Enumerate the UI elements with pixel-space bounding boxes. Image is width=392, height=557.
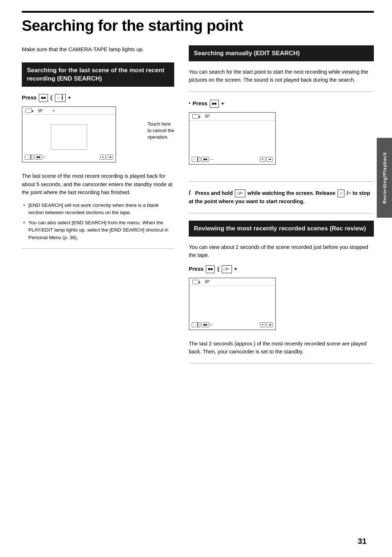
camera-icon-rt — [192, 114, 199, 119]
oo-button-icon-r: ■■ — [210, 100, 219, 108]
sidebar-label: Recording/Playback — [377, 138, 392, 218]
camera-screen-right-bottom-wrapper: SP →┃ ■■ /− + ⇥ — [189, 278, 276, 332]
sp-label: SP — [38, 109, 42, 113]
btn-group-rt-l: →┃ ■■ ― — [192, 157, 213, 162]
bullet-item-2: You can also select [END SEARCH] from th… — [22, 219, 174, 241]
arrow-rt: ⇥ — [266, 157, 273, 162]
section3-footer: The last 2 seconds (approx.) of the most… — [189, 340, 374, 356]
right-divider-bottom — [189, 363, 374, 364]
camera-screen-right-top: SP →┃ ■■ ― + ⇥ — [189, 112, 276, 165]
touch-annotation: Touch here to cancel the operation. — [147, 121, 174, 141]
step2-body-text: Press and hold □/− while watching the sc… — [189, 190, 370, 204]
camera-icon-bar-rb: SP — [189, 278, 275, 286]
section2-header: Searching manually (EDIT SEARCH) — [189, 45, 374, 61]
plus-rb: + — [260, 322, 265, 327]
oo-button-icon: ■■ — [39, 94, 48, 102]
oo-btn-rt: ■■ — [201, 157, 209, 162]
screen-body-rt — [189, 120, 275, 161]
screen-body-rb — [189, 286, 275, 327]
camera-screen-right-bottom: SP →┃ ■■ /− + ⇥ — [189, 278, 276, 330]
camera-screen-right-top-wrapper: SP →┃ ■■ ― + ⇥ — [189, 112, 276, 167]
right-divider-3 — [189, 213, 374, 213]
play-edit-s3: □/− — [222, 265, 232, 273]
plus-btn-icon: + — [100, 155, 106, 160]
oo-btn-s3: ■■ — [206, 265, 215, 273]
camera-icon-bar-rt: SP — [189, 113, 275, 120]
sp-label-rt: SP — [205, 114, 209, 118]
sp-label-rb: SP — [205, 280, 209, 284]
btn-group-rb-l: →┃ ■■ /− — [192, 322, 213, 327]
page-container: Searching for the starting point Make su… — [0, 0, 392, 557]
btn-group-right-left: + ⇥ — [100, 155, 113, 160]
plus-rt: + — [260, 157, 265, 162]
end-btn-rb: →┃ — [192, 322, 200, 327]
section2-intro: You can search for the start point to st… — [189, 68, 374, 84]
step2-indicator: / Press and hold □/− while watching the … — [189, 189, 374, 206]
screen-bottom-bar-left: →┃ ■■ □ + ⇥ — [25, 155, 113, 160]
section1-header: Searching for the last scene of the most… — [22, 62, 174, 87]
step3-indicator: Press ■■ { □/− + — [189, 265, 374, 273]
screen-bottom-bar-rb: →┃ ■■ /− + ⇥ — [192, 322, 273, 327]
section3-header: Reviewing the most recently recorded sce… — [189, 221, 374, 237]
play-edit-icon: □/− — [235, 189, 245, 197]
camera-icon-bar-left: SP × — [23, 107, 115, 115]
end-btn-icon: →┃ — [25, 155, 33, 160]
slash-rb: /− — [210, 323, 213, 327]
left-divider-bottom — [22, 249, 174, 249]
sidebar-label-text: Recording/Playback — [382, 152, 387, 204]
step2-step1-indicator: • Press ■■ + — [189, 99, 374, 108]
screen-bottom-bar-rt: →┃ ■■ ― + ⇥ — [192, 157, 273, 162]
two-column-layout: Make sure that the CAMERA-TAPE lamp ligh… — [22, 45, 374, 371]
camera-screen-left-wrapper: SP × →┃ ■■ □ + ⇥ — [22, 106, 116, 165]
section3-body: You can view about 2 seconds of the scen… — [189, 243, 374, 259]
inner-rect-left — [51, 124, 87, 150]
btn-group-left: →┃ ■■ □ — [25, 155, 45, 160]
section1-body: The last scene of the most recent record… — [22, 172, 174, 196]
end-btn-rt: →┃ — [192, 157, 200, 162]
right-divider-2 — [189, 181, 374, 182]
end-search-button-icon: →┃ — [55, 94, 66, 102]
page-title: Searching for the starting point — [22, 11, 374, 34]
arrow-btn-icon: ⇥ — [107, 155, 113, 160]
left-column: Make sure that the CAMERA-TAPE lamp ligh… — [22, 45, 174, 371]
camera-screen-left: SP × →┃ ■■ □ + ⇥ — [22, 106, 116, 163]
right-column: Searching manually (EDIT SEARCH) You can… — [189, 45, 374, 371]
right-divider-1 — [189, 91, 374, 92]
slash-rt: ― — [210, 157, 213, 161]
oo-btn-rb: ■■ — [201, 322, 209, 327]
intro-text: Make sure that the CAMERA-TAPE lamp ligh… — [22, 45, 174, 54]
step1-indicator: Press ■■ { →┃ + — [22, 93, 174, 102]
bullet-item-1: [END SEARCH] will not work correctly whe… — [22, 202, 174, 217]
btn-group-rt-r: + ⇥ — [260, 157, 273, 162]
play-edit-icon2: □ — [338, 189, 344, 197]
slash-label: □ — [43, 155, 45, 159]
page-number: 31 — [358, 537, 367, 546]
camera-icon-rb — [192, 280, 199, 284]
screen-body-left — [23, 115, 115, 159]
btn-group-rb-r: + ⇥ — [260, 322, 273, 327]
arrow-rb: ⇥ — [266, 322, 273, 327]
camera-icon-left — [25, 108, 32, 113]
x-label: × — [53, 109, 55, 113]
bullet-list: [END SEARCH] will not work correctly whe… — [22, 202, 174, 241]
oo-btn-icon: ■■ — [34, 155, 42, 160]
